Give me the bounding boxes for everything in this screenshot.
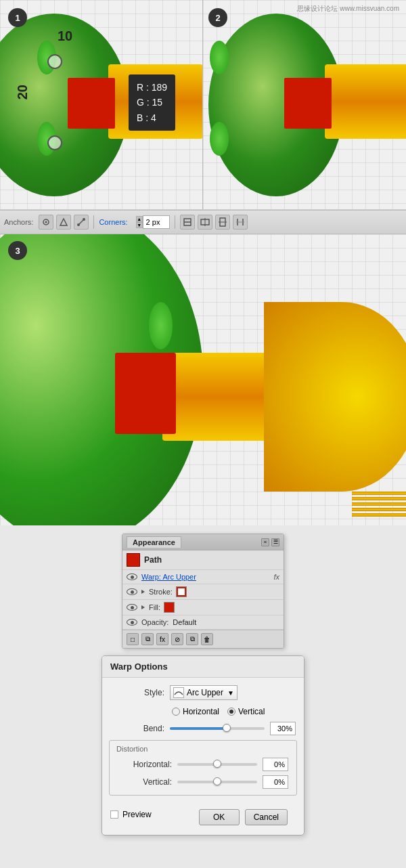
control-point-bottom[interactable] (47, 135, 62, 150)
red-block-scene3 (115, 353, 176, 434)
fill-row: Fill: (122, 600, 284, 615)
eye-icon-opacity[interactable] (127, 618, 137, 626)
control-point-top[interactable] (47, 54, 62, 69)
spin-down[interactable]: ▼ (136, 222, 143, 228)
align-tool-3[interactable] (215, 215, 230, 230)
radio-horizontal[interactable]: Horizontal (172, 707, 219, 716)
clear-btn[interactable]: ⊘ (171, 633, 183, 645)
bend-label: Bend: (110, 724, 164, 733)
bend-thumb[interactable] (223, 724, 231, 732)
green-ear-top-scene2 (210, 41, 229, 74)
fill-label: Fill: (149, 603, 160, 611)
badge-3: 3 (8, 241, 27, 260)
bend-slider[interactable] (170, 727, 265, 730)
fx-btn[interactable]: fx (156, 633, 168, 645)
warp-row: Warp: Arc Upper fx (122, 570, 284, 584)
bend-fill (170, 727, 227, 730)
canvas-middle: 3 (0, 234, 406, 525)
label-10: 10 (58, 28, 72, 44)
style-select[interactable]: Arc Upper ▼ (170, 685, 238, 700)
ridge-4 (352, 508, 406, 511)
warp-buttons: OK Cancel (156, 804, 296, 825)
eye-icon-warp[interactable] (127, 573, 137, 581)
svg-point-4 (77, 223, 80, 226)
radio-v-circle[interactable] (227, 708, 235, 716)
style-row: Style: Arc Upper ▼ (102, 682, 304, 703)
rgb-tooltip: R : 189 G : 15 B : 4 (129, 74, 175, 131)
anchors-label: Anchors: (4, 218, 33, 226)
radio-h-circle[interactable] (172, 708, 180, 716)
v-distortion-row: Vertical: 0% (110, 773, 296, 791)
delete-btn[interactable]: 🗑 (201, 633, 213, 645)
red-block-scene1 (68, 78, 115, 129)
fx-label: fx (273, 573, 279, 581)
green-ear-scene3 (149, 302, 173, 349)
warp-link[interactable]: Warp: Arc Upper (141, 573, 196, 581)
corners-label[interactable]: Corners: (99, 218, 127, 226)
canvas-top: 思缘设计论坛 www.missvuan.com 1 10 20 R : 189 … (0, 0, 406, 210)
h-dist-thumb[interactable] (213, 760, 221, 768)
corners-spinner[interactable]: ▲ ▼ (136, 216, 143, 228)
panel-collapse-btn[interactable]: « (261, 538, 269, 546)
toolbar-separator-1 (93, 215, 94, 229)
fill-swatch[interactable] (164, 603, 174, 612)
anchor-tool-3[interactable] (74, 215, 89, 230)
preview-checkbox[interactable] (110, 810, 118, 819)
copy-btn[interactable]: ⧉ (186, 633, 198, 645)
orange-half-scene3 (264, 302, 406, 492)
stroke-row: Stroke: (122, 584, 284, 600)
toolbar-separator-2 (175, 215, 175, 229)
spin-up[interactable]: ▲ (136, 216, 143, 222)
v-dist-thumb[interactable] (213, 777, 221, 785)
watermark: 思缘设计论坛 www.missvuan.com (297, 4, 399, 14)
align-tool-4[interactable] (233, 215, 248, 230)
svg-point-1 (45, 221, 47, 223)
eye-icon-fill[interactable] (127, 603, 137, 611)
h-distortion-row: Horizontal: 0% (110, 756, 296, 773)
ridge-5 (352, 513, 406, 517)
ridge-3 (352, 502, 406, 506)
duplicate-btn[interactable]: ⧉ (141, 633, 154, 645)
h-dist-value[interactable]: 0% (263, 758, 288, 771)
label-20: 20 (15, 85, 30, 100)
align-tool-2[interactable] (198, 215, 212, 230)
radio-vertical[interactable]: Vertical (227, 707, 265, 716)
stroke-expand-triangle[interactable] (141, 590, 145, 594)
path-row: Path (122, 550, 284, 570)
eye-icon-stroke[interactable] (127, 588, 137, 596)
r-value: R : 189 (137, 80, 167, 95)
anchor-tool-2[interactable] (56, 215, 71, 230)
preview-label: Preview (122, 810, 152, 819)
cancel-button[interactable]: Cancel (245, 809, 288, 825)
style-label: Style: (110, 688, 164, 697)
add-fill-btn[interactable]: □ (127, 633, 139, 645)
ok-button[interactable]: OK (199, 809, 240, 825)
opacity-label: Opacity: (141, 618, 168, 626)
corners-value[interactable]: 2 px (143, 215, 170, 229)
panel-menu-btn[interactable]: ☰ (271, 538, 279, 546)
v-dist-slider[interactable] (177, 781, 257, 783)
badge-1: 1 (8, 8, 27, 27)
distortion-title: Distortion (110, 745, 296, 756)
radio-h-label: Horizontal (183, 707, 219, 716)
corners-input-group: ▲ ▼ 2 px (135, 215, 170, 229)
orientation-row: Horizontal Vertical (102, 703, 304, 720)
fill-expand-triangle[interactable] (141, 605, 145, 609)
anchor-tool-1[interactable] (39, 215, 53, 230)
v-dist-value[interactable]: 0% (263, 775, 288, 789)
svg-marker-2 (60, 219, 67, 225)
align-tool-1[interactable] (180, 215, 195, 230)
green-ear-bottom-scene2 (210, 122, 229, 156)
h-dist-slider[interactable] (177, 763, 257, 766)
bend-value[interactable]: 30% (270, 722, 296, 735)
canvas-divider (202, 0, 203, 210)
appearance-panel: Appearance « ☰ Path Warp: Arc Upper fx S… (122, 534, 284, 649)
g-value: G : 15 (137, 95, 167, 110)
bend-row: Bend: 30% (102, 720, 304, 737)
select-arrow-icon: ▼ (227, 689, 234, 697)
panel-title-tab[interactable]: Appearance (127, 536, 181, 548)
path-title: Path (144, 555, 162, 565)
stroke-swatch[interactable] (177, 587, 186, 596)
opacity-row: Opacity: Default (122, 615, 284, 630)
warp-options-panel: Warp Options Style: Arc Upper ▼ Horizont… (102, 655, 304, 836)
